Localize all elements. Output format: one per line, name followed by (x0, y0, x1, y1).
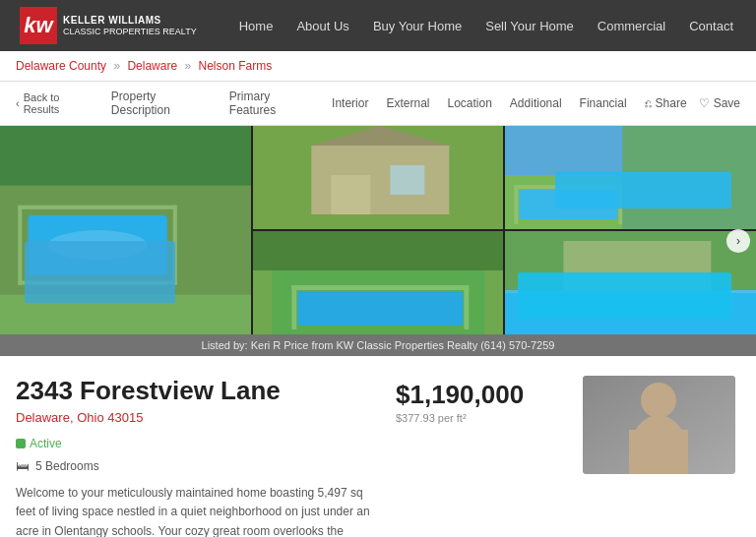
nav-about[interactable]: About Us (296, 19, 348, 33)
svg-point-6 (48, 230, 148, 260)
agent-column (583, 376, 740, 537)
nav-additional[interactable]: Additional (510, 96, 562, 110)
bed-icon: 🛏 (16, 458, 30, 474)
svg-rect-31 (505, 285, 756, 293)
breadcrumb-neighborhood: Nelson Farms (198, 59, 272, 73)
breadcrumb-county[interactable]: Delaware County (16, 59, 106, 73)
photo-4-image (253, 231, 504, 334)
svg-rect-20 (520, 190, 618, 219)
header: kw KELLER WILLIAMS CLASSIC PROPERTIES RE… (0, 0, 756, 51)
logo-area: kw KELLER WILLIAMS CLASSIC PROPERTIES RE… (20, 7, 197, 44)
svg-rect-14 (253, 126, 504, 229)
svg-rect-26 (464, 285, 469, 329)
photo-2-image (253, 126, 504, 229)
listed-by-text: Listed by: Keri R Price from KW Classic … (0, 334, 756, 356)
property-price-column: $1,190,000 $377.93 per ft² (396, 376, 563, 537)
agent-photo-image (583, 376, 735, 474)
breadcrumb-city[interactable]: Delaware (127, 59, 177, 73)
photo-2[interactable] (253, 126, 504, 229)
photo-1-image (0, 126, 251, 334)
nav-home[interactable]: Home (239, 19, 274, 33)
nav-commercial[interactable]: Commercial (598, 19, 665, 33)
status-badge: Active (16, 437, 62, 450)
nav-buy[interactable]: Buy Your Home (373, 19, 462, 33)
nav-property-description[interactable]: Property Description (111, 90, 212, 117)
svg-rect-28 (253, 231, 504, 270)
photo-next-button[interactable]: › (726, 229, 750, 253)
property-address: 2343 Forestview Lane (16, 376, 376, 406)
share-button[interactable]: ⎌ Share (645, 96, 687, 110)
share-icon: ⎌ (645, 96, 652, 110)
property-price: $1,190,000 (396, 380, 563, 410)
svg-rect-17 (515, 185, 623, 189)
nav-financial[interactable]: Financial (580, 96, 627, 110)
property-main-details: 2343 Forestview Lane Delaware, Ohio 4301… (16, 376, 376, 537)
svg-rect-24 (291, 285, 469, 290)
breadcrumb-sep2: » (184, 59, 194, 73)
photo-4[interactable] (253, 231, 504, 334)
nav-primary-features[interactable]: Primary Features (229, 90, 314, 117)
photo-grid (0, 126, 756, 334)
nav-interior[interactable]: Interior (332, 96, 368, 110)
photo-3-image (505, 126, 756, 229)
agent-photo (583, 376, 735, 474)
svg-rect-5 (28, 215, 166, 275)
nav-sell[interactable]: Sell Your Home (485, 19, 574, 33)
property-nav: ‹ Back to Results Property Description P… (0, 81, 756, 126)
svg-rect-1 (18, 206, 177, 209)
logo-text: KELLER WILLIAMS CLASSIC PROPERTIES REALT… (63, 14, 197, 38)
bedrooms-row: 🛏 5 Bedrooms (16, 458, 376, 474)
share-save-group: ⎌ Share ♡ Save (645, 96, 740, 110)
property-city: Delaware, Ohio 43015 (16, 410, 376, 425)
photo-5-image (505, 231, 756, 334)
svg-rect-21 (623, 126, 756, 229)
city-link[interactable]: Delaware (16, 410, 70, 425)
main-nav: Home About Us Buy Your Home Sell Your Ho… (236, 19, 736, 33)
nav-location[interactable]: Location (447, 96, 491, 110)
photo-section: › Listed by: Keri R Price from KW Classi… (0, 126, 756, 356)
breadcrumb-sep1: » (113, 59, 123, 73)
heart-icon: ♡ (699, 96, 710, 110)
svg-rect-2 (18, 206, 22, 285)
svg-rect-3 (173, 206, 177, 285)
status-text: Active (30, 437, 62, 450)
status-row: Active (16, 437, 376, 450)
photo-5[interactable] (505, 231, 756, 334)
kw-logo: kw KELLER WILLIAMS CLASSIC PROPERTIES RE… (20, 7, 197, 44)
svg-rect-27 (297, 291, 463, 326)
save-button[interactable]: ♡ Save (699, 96, 740, 110)
chevron-left-icon: ‹ (16, 97, 20, 109)
svg-point-36 (641, 383, 676, 418)
svg-rect-33 (564, 241, 712, 290)
svg-rect-19 (619, 185, 623, 224)
svg-rect-8 (0, 295, 251, 334)
property-info: 2343 Forestview Lane Delaware, Ohio 4301… (0, 356, 756, 537)
kw-badge-icon: kw (20, 7, 57, 44)
nav-contact[interactable]: Contact (689, 19, 733, 33)
status-dot-icon (16, 439, 26, 448)
price-per-sqft: $377.93 per ft² (396, 412, 563, 424)
svg-rect-4 (18, 280, 177, 284)
back-to-results-button[interactable]: ‹ Back to Results (16, 91, 94, 115)
property-description-text: Welcome to your meticulously maintained … (16, 484, 376, 537)
bedrooms-label: 5 Bedrooms (35, 459, 99, 473)
photo-1[interactable] (0, 126, 251, 334)
svg-rect-25 (291, 285, 296, 329)
svg-rect-18 (515, 185, 519, 224)
nav-external[interactable]: External (386, 96, 429, 110)
photo-3[interactable] (505, 126, 756, 229)
svg-rect-38 (629, 430, 688, 474)
svg-rect-30 (505, 290, 756, 334)
breadcrumb: Delaware County » Delaware » Nelson Farm… (0, 51, 756, 81)
svg-rect-7 (0, 126, 251, 186)
